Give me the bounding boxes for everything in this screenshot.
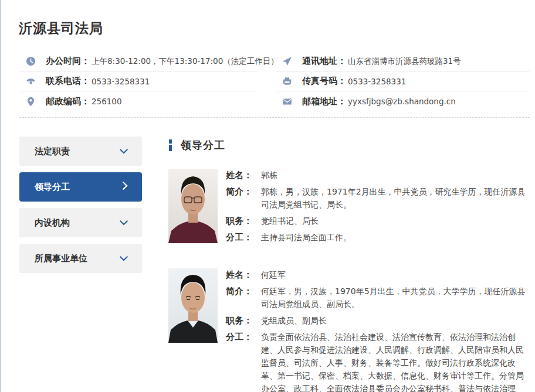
contact-label: 通讯地址：	[302, 56, 346, 67]
main-content: 领导分工 姓名：	[168, 139, 530, 152]
sidebar-item-leadership-division[interactable]: 领导分工	[19, 172, 142, 202]
leader-fields: 姓名： 郭栋 简介： 郭栋，男，汉族，1971年2月出生，中共党员，研究生学历，…	[226, 169, 530, 247]
field-label: 职务：	[226, 314, 261, 327]
contact-value: yyxsfjbgs@zb.shandong.cn	[348, 97, 456, 106]
contact-value: 山东省淄博市沂源县药玻路31号	[348, 56, 461, 67]
sidebar-item-label: 内设机构	[35, 217, 70, 229]
field-label: 分工：	[226, 231, 261, 244]
field-position: 职务： 党组书记、局长	[226, 214, 530, 227]
contact-value: 0533-3258331	[348, 77, 406, 86]
contact-info-grid: 办公时间： 上午8:30-12:00，下午13:30-17:00（法定工作日） …	[19, 52, 530, 111]
contact-value: 256100	[92, 97, 122, 106]
navigation-icon	[282, 56, 292, 66]
mail-icon	[282, 97, 292, 107]
chevron-down-icon	[120, 217, 128, 228]
field-label: 姓名：	[226, 169, 261, 182]
section-heading-title: 领导分工	[181, 138, 225, 152]
sidebar-item-internal-bodies[interactable]: 内设机构	[19, 208, 142, 237]
leader-name: 郭栋	[261, 169, 530, 182]
leader-position: 党组成员、副局长	[261, 314, 530, 327]
heading-marker-icon	[169, 139, 172, 151]
field-label: 职务：	[226, 214, 261, 227]
contact-label: 传真号码：	[302, 76, 346, 87]
field-duty: 分工： 负责全面依法治县、法治社会建设、法治宣传教育、依法治理和法治创建、人民参…	[226, 330, 530, 392]
contact-bottom-divider	[19, 117, 530, 118]
field-name: 姓名： 何廷军	[226, 268, 530, 281]
sidebar-item-affiliated-institutions[interactable]: 所属事业单位	[19, 244, 142, 273]
contact-label: 邮箱地址：	[302, 96, 346, 107]
page-left-edge	[0, 0, 1, 392]
contact-label: 联系电话：	[46, 76, 90, 87]
contact-value: 0533-3258331	[92, 77, 150, 86]
field-label: 姓名：	[226, 268, 261, 281]
field-label: 简介：	[226, 285, 261, 311]
leader-profile: 姓名： 何廷军 简介： 何廷军，男，汉族，1970年5月出生，中共党员，大学学历…	[168, 268, 530, 392]
contact-value: 上午8:30-12:00，下午13:30-17:00（法定工作日）	[92, 56, 279, 67]
sidebar-item-label: 法定职责	[35, 146, 70, 157]
sidebar-item-statutory-duties[interactable]: 法定职责	[19, 137, 142, 166]
leader-bio: 何廷军，男，汉族，1970年5月出生，中共党员，大学学历，现任沂源县司法局党组成…	[261, 285, 530, 311]
sidebar-item-label: 所属事业单位	[35, 253, 87, 264]
page-title: 沂源县司法局	[19, 19, 103, 38]
leader-position: 党组书记、局长	[261, 214, 530, 227]
chevron-down-icon	[120, 146, 128, 156]
phone-icon	[26, 76, 36, 86]
contact-row-office-hours: 办公时间： 上午8:30-12:00，下午13:30-17:00（法定工作日）	[19, 52, 258, 71]
field-position: 职务： 党组成员、副局长	[226, 314, 530, 327]
field-label: 分工：	[226, 330, 261, 392]
leader-name: 何廷军	[261, 268, 530, 281]
contact-row-email: 邮箱地址： yyxsfjbgs@zb.shandong.cn	[276, 91, 530, 111]
contact-label: 办公时间：	[46, 56, 90, 67]
sidebar: 法定职责 领导分工 内设机构 所属事业单位	[19, 137, 142, 279]
contact-label: 邮政编码：	[46, 96, 90, 107]
page: 沂源县司法局 办公时间： 上午8:30-12:00，下午13:30-17:00（…	[0, 0, 535, 392]
section-heading: 领导分工	[168, 139, 530, 152]
fax-icon	[282, 76, 292, 86]
field-label: 简介：	[226, 185, 261, 211]
field-name: 姓名： 郭栋	[226, 169, 530, 182]
contact-row-phone: 联系电话： 0533-3258331	[19, 71, 258, 91]
contact-row-address: 通讯地址： 山东省淄博市沂源县药玻路31号	[276, 52, 530, 71]
field-duty: 分工： 主持县司法局全面工作。	[226, 231, 530, 244]
leader-photo	[168, 268, 218, 343]
leader-fields: 姓名： 何廷军 简介： 何廷军，男，汉族，1970年5月出生，中共党员，大学学历…	[226, 268, 530, 392]
leader-duty: 主持县司法局全面工作。	[261, 231, 530, 244]
clock-icon	[26, 56, 36, 66]
sidebar-item-label: 领导分工	[35, 182, 70, 193]
contact-row-postcode: 邮政编码： 256100	[19, 91, 258, 111]
field-profile: 简介： 何廷军，男，汉族，1970年5月出生，中共党员，大学学历，现任沂源县司法…	[226, 285, 530, 311]
leader-photo	[168, 169, 218, 243]
contact-row-fax: 传真号码： 0533-3258331	[276, 71, 530, 91]
chevron-right-icon	[123, 182, 128, 192]
location-icon	[26, 97, 36, 107]
leader-bio: 郭栋，男，汉族，1971年2月出生，中共党员，研究生学历，现任沂源县司法局党组书…	[261, 185, 530, 211]
field-profile: 简介： 郭栋，男，汉族，1971年2月出生，中共党员，研究生学历，现任沂源县司法…	[226, 185, 530, 211]
leader-duty: 负责全面依法治县、法治社会建设、法治宣传教育、依法治理和法治创建、人民参与和促进…	[261, 330, 530, 392]
leader-profile: 姓名： 郭栋 简介： 郭栋，男，汉族，1971年2月出生，中共党员，研究生学历，…	[168, 169, 530, 247]
chevron-down-icon	[120, 253, 128, 264]
